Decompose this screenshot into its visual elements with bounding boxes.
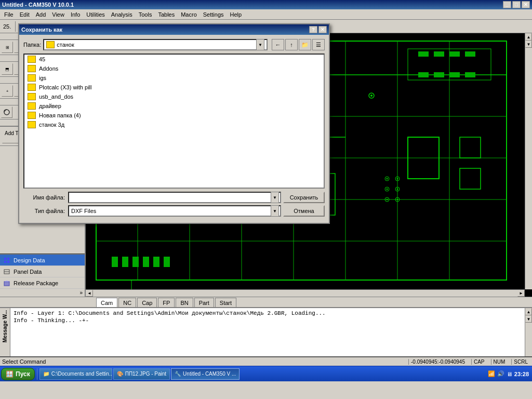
tab-cam[interactable]: Cam	[96, 298, 117, 307]
svg-rect-28	[465, 51, 475, 57]
folder-icon	[28, 102, 36, 110]
menu-info[interactable]: Info	[68, 9, 83, 19]
menu-analysis[interactable]: Analysis	[108, 9, 136, 19]
tab-bn[interactable]: BN	[176, 298, 193, 307]
title-controls[interactable]: _ □ ✕	[503, 1, 530, 8]
design-btn-1[interactable]: ⬒	[2, 63, 13, 75]
sidebar-expand-button[interactable]: »	[0, 289, 85, 297]
svg-rect-68	[122, 257, 128, 267]
svg-rect-72	[164, 257, 170, 267]
rotate-icon[interactable]	[1, 107, 12, 118]
paint-label: ПП12.JPG - Paint	[125, 371, 166, 377]
menu-utilities[interactable]: Utilities	[83, 9, 108, 19]
start-button[interactable]: 🪟 Пуск	[1, 368, 35, 380]
maximize-button[interactable]: □	[512, 1, 521, 8]
tab-start[interactable]: Start	[215, 298, 236, 307]
data-btn-1[interactable]: +	[2, 85, 13, 97]
scroll-right-button[interactable]: ►	[517, 290, 525, 297]
filetype-value: DXF Files	[70, 208, 271, 214]
filetype-combo[interactable]: DXF Files ▼	[68, 205, 281, 217]
svg-rect-67	[112, 257, 118, 267]
folder-icon	[28, 121, 36, 128]
list-item[interactable]: Plotcalc (X3) with pill	[24, 83, 324, 92]
list-item[interactable]: usb_and_dos	[24, 92, 324, 101]
list-item[interactable]: драйвер	[24, 101, 324, 111]
list-item[interactable]: igs	[24, 73, 324, 83]
scroll-up-button[interactable]: ▲	[525, 33, 532, 41]
menu-macro[interactable]: Macro	[178, 9, 200, 19]
close-button[interactable]: ✕	[522, 1, 530, 8]
list-item[interactable]: 45	[24, 55, 324, 64]
scroll-left-button[interactable]: ◄	[86, 290, 93, 297]
canvas-vscroll[interactable]: ▲ ▼	[525, 33, 532, 289]
svg-rect-32	[465, 72, 475, 77]
svg-point-66	[397, 199, 398, 201]
svg-point-58	[397, 178, 398, 180]
status-command: Select Command	[2, 358, 408, 365]
start-icon: 🪟	[6, 370, 14, 378]
back-button[interactable]: ←	[272, 39, 284, 50]
svg-point-60	[387, 189, 388, 190]
canvas-hscroll[interactable]: ◄ ►	[86, 289, 525, 297]
tab-cap[interactable]: Cap	[137, 298, 157, 307]
svg-rect-70	[143, 257, 149, 267]
tray-icon-sound: 🔊	[497, 370, 504, 377]
filename-input[interactable]	[70, 194, 271, 201]
taskbar-item-paint[interactable]: 🎨 ПП12.JPG - Paint	[113, 368, 170, 380]
folder-icon	[28, 93, 36, 100]
folder-icon	[28, 65, 36, 72]
message-window-label[interactable]: Message W...	[2, 310, 8, 342]
menu-file[interactable]: File	[1, 9, 17, 19]
explorer-icon: 📁	[43, 371, 49, 377]
menu-edit[interactable]: Edit	[17, 9, 33, 19]
list-item[interactable]: станок 3д	[24, 120, 324, 129]
tab-nc[interactable]: NC	[118, 298, 136, 307]
menu-tables[interactable]: Tables	[155, 9, 178, 19]
filename-label: Имя файла:	[23, 194, 65, 201]
svg-rect-31	[449, 72, 460, 77]
filetype-arrow[interactable]: ▼	[271, 205, 279, 217]
status-coords: -0.0940945:-0.0940945	[408, 359, 467, 365]
dialog-help-button[interactable]: ?	[309, 26, 317, 33]
filename-arrow[interactable]: ▼	[271, 192, 279, 203]
view-button[interactable]: ☰	[312, 39, 325, 50]
tab-fp[interactable]: FP	[158, 298, 175, 307]
sidebar-release-package[interactable]: Release Package	[0, 277, 85, 289]
up-button[interactable]: ↑	[285, 39, 298, 50]
dialog-body: Папка: станок ▼ ← ↑ 📁 ☰ 45 Addons	[19, 35, 329, 223]
dialog-controls[interactable]: ? ✕	[309, 26, 327, 33]
svg-point-42	[370, 95, 373, 97]
info-vscroll[interactable]: ▲ ▼	[525, 308, 532, 356]
scroll-down-button[interactable]: ▼	[525, 41, 532, 48]
menu-help[interactable]: Help	[227, 9, 245, 19]
sidebar-design-data[interactable]: Design Data	[0, 255, 85, 266]
design-data-label: Design Data	[14, 257, 45, 263]
menu-add[interactable]: Add	[33, 9, 49, 19]
folder-combo[interactable]: станок ▼	[43, 39, 268, 50]
taskbar-item-cam350[interactable]: 🔧 Untitled - CAM350 V ...	[171, 368, 240, 380]
list-item[interactable]: Addons	[24, 64, 324, 73]
menu-tools[interactable]: Tools	[136, 9, 155, 19]
title-bar: Untitled - CAM350 V 10.0.1 _ □ ✕	[0, 0, 532, 9]
panel-icon	[3, 268, 10, 275]
minimize-button[interactable]: _	[503, 1, 511, 8]
info-scroll-down[interactable]: ▼	[525, 315, 532, 323]
tab-part[interactable]: Part	[194, 298, 214, 307]
svg-marker-9	[4, 281, 9, 282]
cancel-button[interactable]: Отмена	[283, 205, 325, 217]
sidebar-panel-data[interactable]: Panel Data	[0, 266, 85, 277]
list-item[interactable]: Новая папка (4)	[24, 111, 324, 120]
new-folder-button[interactable]: 📁	[299, 39, 311, 50]
menu-view[interactable]: View	[49, 9, 68, 19]
dialog-close-button[interactable]: ✕	[318, 26, 327, 33]
file-list[interactable]: 45 Addons igs Plotcalc (X3) with pill us…	[23, 54, 325, 189]
svg-rect-71	[153, 257, 159, 267]
nav-btn-1[interactable]: ⊞	[2, 42, 13, 53]
info-scroll-up[interactable]: ▲	[525, 308, 532, 315]
save-button[interactable]: Сохранить	[283, 192, 325, 203]
menu-settings[interactable]: Settings	[200, 9, 227, 19]
filename-combo[interactable]: ▼	[68, 192, 281, 203]
taskbar-item-explorer[interactable]: 📁 C:\Documents and Settin...	[39, 368, 112, 380]
sidebar-bottom: Design Data Panel Data R	[0, 254, 85, 297]
folder-combo-arrow[interactable]: ▼	[256, 39, 264, 50]
